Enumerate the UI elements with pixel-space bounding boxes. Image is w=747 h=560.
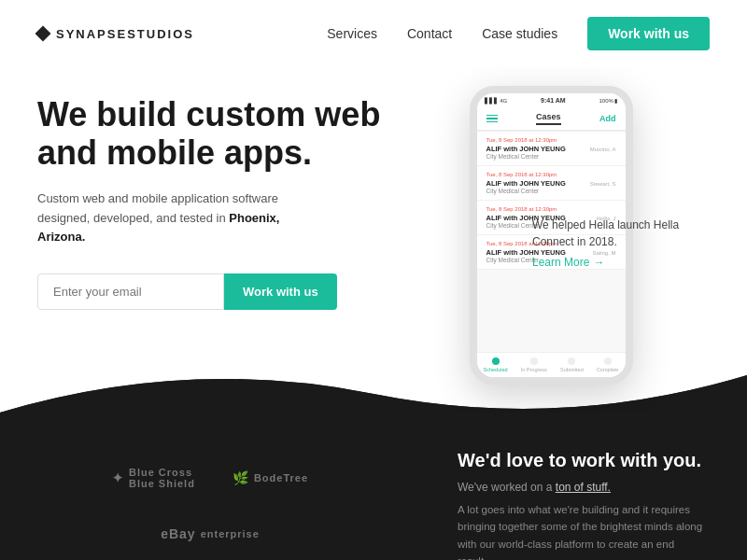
case-row[interactable]: Tue, 8 Sep 2018 at 12:30pm ALIF with JOH…: [477, 132, 626, 166]
dark-body-text: A lot goes into what we're building and …: [458, 501, 710, 560]
logos-area: ✦ Blue CrossBlue Shield 🌿 BodeTree eBay …: [0, 431, 420, 560]
navbar: SYNAPSESTUDIOS Services Contact Case stu…: [0, 0, 747, 67]
logos-list: ✦ Blue CrossBlue Shield 🌿 BodeTree eBay …: [37, 450, 383, 541]
nav-services[interactable]: Services: [327, 26, 377, 41]
logo: SYNAPSESTUDIOS: [37, 27, 194, 41]
hero-form: Work with us: [37, 273, 392, 310]
case-row[interactable]: Tue, 8 Sep 2018 at 12:30pm ALIF with JOH…: [477, 166, 626, 201]
dark-subtitle: We've worked on a ton of stuff.: [458, 481, 710, 494]
logo-bluecross: ✦ Blue CrossBlue Shield: [112, 467, 195, 489]
bluecross-icon: ✦: [112, 470, 124, 485]
phone-status-bar: ▋▋▋ 4G 9:41 AM 100% ▮: [477, 93, 626, 107]
phone-battery: 100% ▮: [599, 97, 617, 104]
case-date: Tue, 8 Sep 2018 at 12:30pm: [486, 172, 616, 177]
bodetree-icon: 🌿: [233, 470, 249, 485]
hero-subtitle: Custom web and mobile application softwa…: [37, 189, 317, 247]
hella-link-text: Learn More: [532, 254, 589, 271]
case-location: City Medical Center: [486, 188, 616, 194]
ebay-icon: eBay: [161, 526, 195, 541]
scheduled-label: Scheduled: [484, 367, 508, 372]
submitted-label: Submitted: [560, 367, 584, 372]
bottom-tab-scheduled[interactable]: Scheduled: [484, 357, 508, 372]
nav-case-studies[interactable]: Case studies: [482, 26, 557, 41]
case-date: Tue, 8 Sep 2018 at 12:30pm: [486, 137, 616, 143]
bottom-tab-submitted[interactable]: Submitted: [560, 357, 584, 372]
nav-contact[interactable]: Contact: [407, 26, 452, 41]
logos-list-2: ⊕ Nestablish ⟳ aps ON surg: [37, 551, 383, 560]
inprogress-dot: [530, 357, 538, 365]
email-input[interactable]: [37, 273, 224, 310]
arrow-icon: →: [593, 254, 604, 271]
nav-links: Services Contact Case studies Work with …: [327, 17, 710, 50]
complete-label: Complete: [597, 367, 619, 372]
bottom-tab-inprogress[interactable]: In Progress: [521, 357, 547, 372]
dark-subtitle-link[interactable]: ton of stuff.: [556, 481, 611, 494]
phone-tab-add[interactable]: Add: [599, 114, 616, 123]
inprogress-label: In Progress: [521, 367, 547, 372]
phone-time: 9:41 AM: [541, 97, 566, 104]
nav-cta-button[interactable]: Work with us: [587, 17, 710, 50]
logo-diamond: [35, 26, 51, 42]
logo-ebay: eBay enterprise: [161, 526, 260, 541]
phone-nav-bar: Cases Add: [477, 107, 626, 131]
bodetree-name: BodeTree: [254, 472, 308, 483]
bottom-tab-complete[interactable]: Complete: [597, 357, 619, 372]
bluecross-name: Blue CrossBlue Shield: [129, 467, 195, 489]
case-date: Tue, 8 Sep 2018 at 12:30pm: [486, 206, 616, 212]
case-right: Stewart, S: [590, 181, 616, 187]
dark-right-content: We'd love to work with you. We've worked…: [420, 431, 747, 560]
hero-left: We build custom web and mobile apps. Cus…: [37, 67, 392, 413]
hella-link[interactable]: Learn More →: [532, 254, 682, 271]
case-right: Muicino, A: [590, 147, 616, 152]
scheduled-dot: [492, 357, 500, 365]
hero-right: ▋▋▋ 4G 9:41 AM 100% ▮ Cases Add: [392, 67, 710, 413]
ebay-name: enterprise: [201, 528, 260, 539]
phone-tab-cases[interactable]: Cases: [536, 112, 561, 125]
submitted-dot: [568, 357, 575, 365]
hero-title: We build custom web and mobile apps.: [37, 95, 392, 173]
complete-dot: [604, 357, 612, 365]
phone-bottom-bar: Scheduled In Progress Submitted Com: [477, 352, 626, 377]
logo-bodetree: 🌿 BodeTree: [233, 470, 308, 485]
hella-text: We helped Hella launch Hella Connect in …: [532, 218, 679, 248]
phone-signal: ▋▋▋ 4G: [485, 97, 508, 104]
brand-name: SYNAPSESTUDIOS: [56, 27, 194, 41]
case-location: City Medical Center: [486, 153, 616, 160]
hero-cta-button[interactable]: Work with us: [224, 273, 337, 310]
hella-caption: We helped Hella launch Hella Connect in …: [532, 217, 682, 271]
hero-section: We build custom web and mobile apps. Cus…: [0, 67, 747, 413]
hamburger-icon[interactable]: [486, 115, 498, 123]
dark-title: We'd love to work with you.: [458, 450, 710, 471]
dark-subtitle-before: We've worked on a: [458, 481, 556, 494]
